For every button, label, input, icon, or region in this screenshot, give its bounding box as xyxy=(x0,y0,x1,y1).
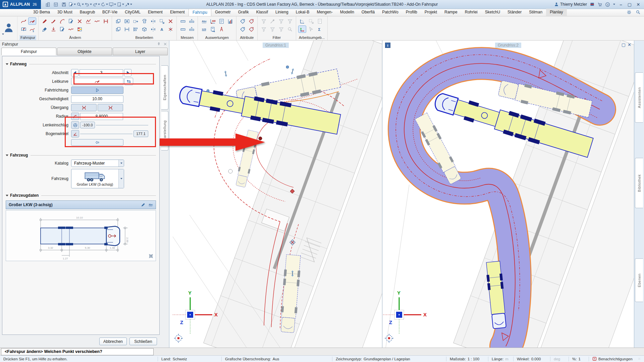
status-angle[interactable]: Winkel:0.000 xyxy=(513,357,550,361)
status-length-unit[interactable]: Länge:m xyxy=(488,357,513,361)
edit-pencil-icon[interactable] xyxy=(141,202,146,207)
fit-view-icon[interactable] xyxy=(148,253,154,259)
abschnitt-input[interactable] xyxy=(79,69,123,76)
copy-icon[interactable] xyxy=(114,17,122,25)
dock-tab-assistenten[interactable]: Assistenten xyxy=(635,72,643,123)
bogenwinkel-slider-value[interactable]: 177.1 xyxy=(133,130,148,137)
filter-geometry-icon[interactable] xyxy=(277,25,285,33)
menu-tab-bcf-vie[interactable]: BCF-Vie xyxy=(99,9,121,16)
fahrzeug-select[interactable]: Großer LKW (3-achsig) xyxy=(71,169,124,188)
avatar-menu[interactable] xyxy=(0,16,17,40)
bogenwinkel-slider-track[interactable] xyxy=(80,134,132,134)
palette-tab-fahrspur[interactable]: Fahrspur xyxy=(1,48,56,55)
mirror-icon[interactable] xyxy=(149,17,157,25)
viewport-label[interactable]: Grundriss:2 xyxy=(495,43,521,48)
filter-element-icon[interactable] xyxy=(260,17,268,25)
menu-tab-oberflä[interactable]: Oberflä xyxy=(358,9,378,16)
menu-tab-modelln[interactable]: Modelln xyxy=(336,9,358,16)
cursor-select-icon[interactable] xyxy=(307,25,315,33)
menu-tab-mengen-[interactable]: Mengen- xyxy=(313,9,336,16)
edit-trim-icon[interactable] xyxy=(75,17,84,25)
filter-attribute-icon[interactable] xyxy=(260,25,268,33)
undo-icon[interactable] xyxy=(85,1,92,8)
radius-input[interactable] xyxy=(80,113,123,120)
menu-tab-rohrlei[interactable]: Rohrlei xyxy=(461,9,481,16)
leitkurve-button[interactable] xyxy=(71,78,123,85)
abschnitt-next-button[interactable] xyxy=(124,69,131,76)
text-a-icon[interactable] xyxy=(158,25,166,33)
menu-tab-fahrspu[interactable]: Fahrspu xyxy=(189,9,211,16)
uebergang-out-button[interactable] xyxy=(98,104,123,111)
edit-brush-icon[interactable] xyxy=(41,25,49,33)
menu-tab-lokal-b[interactable]: Lokal-B xyxy=(292,9,313,16)
menu-tab-ständer[interactable]: Ständer xyxy=(504,9,525,16)
viewport-grundriss-1[interactable]: Grundriss:1 xyxy=(169,41,382,348)
geschwindigkeit-input[interactable] xyxy=(71,96,123,103)
radius-icon-button[interactable] xyxy=(71,113,79,120)
edit-parallel-icon[interactable] xyxy=(102,17,110,25)
filter-layer-icon[interactable] xyxy=(286,17,294,25)
palette-tab-layer[interactable]: Layer xyxy=(113,48,168,55)
menu-tab-stilman[interactable]: Stilman xyxy=(525,9,546,16)
help-icon[interactable] xyxy=(605,2,610,7)
label-abc-icon[interactable] xyxy=(200,17,208,25)
page-layout-icon[interactable] xyxy=(117,1,124,8)
lenkeinschlag-slider-track[interactable] xyxy=(96,125,148,125)
fahrspur-create-icon[interactable] xyxy=(19,17,28,25)
status-percent[interactable]: %:1 xyxy=(569,357,589,361)
viewport-maximize-icon[interactable]: ▢ xyxy=(622,42,626,47)
filter-dropper-icon[interactable] xyxy=(268,17,276,25)
palette-tab-objekte[interactable]: Objekte xyxy=(57,48,112,55)
shop-cart-icon[interactable] xyxy=(597,2,602,7)
status-drawing-type[interactable]: Zeichnungstyp:Grundlagenplan / Lageplan xyxy=(332,357,446,361)
window-grid-icon[interactable] xyxy=(52,1,60,8)
drag-handle-point[interactable] xyxy=(259,137,262,140)
spacing-icon[interactable] xyxy=(123,25,131,33)
attr-delete-icon[interactable] xyxy=(247,25,255,33)
screen-view-icon[interactable] xyxy=(109,1,116,8)
restore-button[interactable]: ▢ xyxy=(627,2,633,7)
close-icon[interactable] xyxy=(163,42,167,46)
search-icon[interactable] xyxy=(636,10,641,15)
leitkurve-swap-button[interactable] xyxy=(124,78,133,85)
update-icon[interactable] xyxy=(101,1,108,8)
edit-pencil-icon[interactable] xyxy=(41,17,49,25)
menu-tab-3d-bema[interactable]: 3D Bema xyxy=(30,9,54,16)
help-caret-icon[interactable] xyxy=(613,4,615,5)
navigation-compass-icon[interactable] xyxy=(174,334,183,343)
rotate-icon[interactable] xyxy=(140,17,148,25)
menu-tab-baugrub[interactable]: Baugrub xyxy=(76,9,99,16)
menu-tab-profilb[interactable]: Profilb xyxy=(402,9,421,16)
menu-tab-sketchu[interactable]: SketchU xyxy=(481,9,504,16)
measure-distance-icon[interactable] xyxy=(179,25,187,33)
coordinate-system-icon[interactable] xyxy=(298,17,306,25)
attr-assign-icon[interactable] xyxy=(238,17,247,25)
collapse-triangle-icon[interactable] xyxy=(6,155,8,156)
menu-tab-patchwo[interactable]: PatchWo xyxy=(378,9,402,16)
minimize-button[interactable]: – xyxy=(618,2,624,7)
report-list-icon[interactable] xyxy=(217,17,225,25)
copy-offset-icon[interactable] xyxy=(114,25,122,33)
edit-drop-line-icon[interactable] xyxy=(49,25,57,33)
resize-icon[interactable] xyxy=(158,17,166,25)
collapse-triangle-icon[interactable] xyxy=(6,63,8,65)
stretch-icon[interactable] xyxy=(131,17,140,25)
convert-3d-icon[interactable] xyxy=(140,25,148,33)
filter-list-icon[interactable] xyxy=(268,25,276,33)
delete-icon[interactable] xyxy=(166,17,174,25)
user-account[interactable]: Thierry Metzler xyxy=(554,2,587,7)
edit-point-icon[interactable] xyxy=(49,17,57,25)
side-tab-darstellung[interactable]: Darstellung xyxy=(161,111,168,150)
find-document-icon[interactable] xyxy=(76,1,84,8)
fahrspur-settings-icon[interactable] xyxy=(28,25,36,33)
attr-modify-icon[interactable] xyxy=(247,17,255,25)
previous-segment-button[interactable] xyxy=(71,139,123,146)
steering-icon-button[interactable] xyxy=(71,121,79,129)
edit-table-icon[interactable] xyxy=(75,25,84,33)
menu-tab-3d-must[interactable]: 3D Must xyxy=(54,9,76,16)
label-123-icon[interactable] xyxy=(200,25,208,33)
lenkeinschlag-slider-value[interactable]: -100.0 xyxy=(80,122,95,128)
menu-tab-grafik[interactable]: Grafik xyxy=(234,9,253,16)
mirror-3d-icon[interactable] xyxy=(149,25,157,33)
measure-length-icon[interactable] xyxy=(179,17,187,25)
